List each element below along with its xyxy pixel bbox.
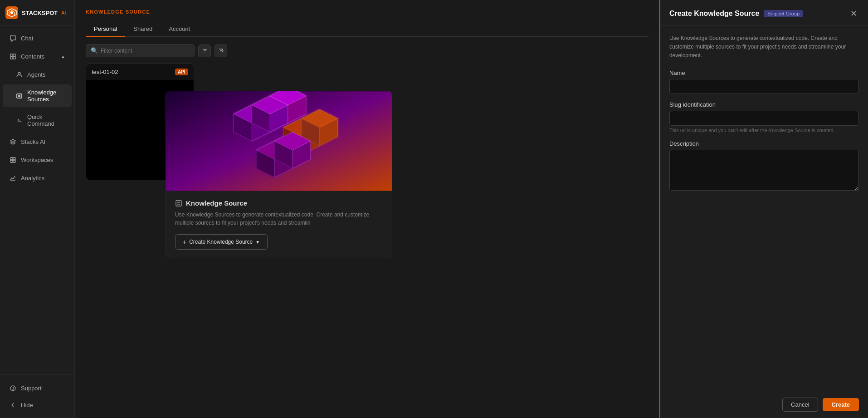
svg-rect-7 — [13, 57, 15, 59]
sidebar-item-knowledge-sources[interactable]: Knowledge Sources — [3, 84, 72, 107]
command-icon — [15, 117, 23, 124]
panel-title-row: Create Knowledge Source Snippet Group — [669, 10, 803, 18]
cancel-button[interactable]: Cancel — [782, 398, 818, 412]
svg-rect-46 — [176, 201, 181, 206]
sidebar-item-chat-label: Chat — [21, 35, 33, 42]
panel-description: Use Knowledge Sources to generate contex… — [669, 34, 859, 60]
search-icon: 🔍 — [91, 47, 98, 54]
sidebar-item-quick-command[interactable]: Quick Command — [3, 109, 72, 132]
name-input[interactable] — [669, 79, 859, 94]
sidebar-nav: Chat Contents ▲ Agents Knowledge Sources — [0, 26, 74, 374]
search-input[interactable] — [101, 48, 190, 54]
ks-card-title: test-01-02 — [92, 69, 118, 75]
logo-area: STACKSPOT AI — [0, 0, 74, 26]
logo-sub: AI — [61, 10, 66, 15]
cube-art-svg — [166, 91, 392, 191]
contents-left: Contents — [9, 53, 44, 60]
tab-shared[interactable]: Shared — [125, 22, 161, 37]
sidebar: STACKSPOT AI Chat Contents ▲ Agent — [0, 0, 75, 418]
knowledge-source-icon — [175, 200, 182, 207]
sidebar-item-agents-label: Agents — [27, 71, 45, 78]
promo-image — [166, 91, 392, 191]
panel-title: Create Knowledge Source — [669, 10, 759, 18]
slug-label: Slug identification — [669, 101, 859, 108]
svg-rect-14 — [10, 160, 13, 162]
sidebar-item-analytics[interactable]: Analytics — [3, 170, 72, 186]
logo-text: STACKSPOT — [22, 10, 58, 16]
knowledge-icon — [15, 92, 23, 99]
hide-icon — [9, 401, 16, 408]
sidebar-item-agents[interactable]: Agents — [3, 66, 72, 83]
description-label: Description — [669, 140, 859, 147]
create-button[interactable]: Create — [823, 398, 859, 411]
sidebar-item-hide-label: Hide — [21, 402, 33, 408]
create-knowledge-source-button[interactable]: + Create Knowledge Source ▼ — [175, 234, 268, 250]
description-textarea[interactable] — [669, 150, 859, 191]
svg-rect-4 — [10, 54, 13, 56]
panel-footer: Cancel Create — [660, 391, 868, 418]
filter-icon-btn[interactable] — [198, 44, 211, 57]
slug-input[interactable] — [669, 111, 859, 126]
slug-form-group: Slug identification This url is unique a… — [669, 101, 859, 133]
sidebar-item-support-label: Support — [21, 385, 42, 392]
description-form-group: Description — [669, 140, 859, 192]
promo-card: Knowledge Source Use Knowledge Sources t… — [166, 91, 392, 258]
svg-point-8 — [18, 72, 20, 74]
slug-hint: This url is unique and you can't edit af… — [669, 128, 859, 133]
tabs-row: Personal Shared Account — [86, 22, 649, 37]
promo-content: Knowledge Source Use Knowledge Sources t… — [166, 191, 392, 258]
ks-card-header: test-01-02 API — [86, 64, 194, 80]
analytics-icon — [9, 174, 16, 182]
workspaces-icon — [9, 156, 16, 163]
sidebar-item-quick-command-label: Quick Command — [27, 113, 65, 127]
svg-point-18 — [13, 389, 13, 390]
sidebar-bottom: Support Hide — [0, 374, 74, 418]
create-btn-label: Create Knowledge Source — [189, 239, 253, 245]
panel-header: Create Knowledge Source Snippet Group ✕ — [660, 0, 868, 26]
ks-card-badge: API — [175, 69, 188, 75]
svg-rect-13 — [13, 157, 15, 160]
dropdown-arrow-icon: ▼ — [255, 240, 260, 245]
sidebar-item-workspaces[interactable]: Workspaces — [3, 152, 72, 168]
contents-icon — [9, 53, 16, 60]
sidebar-item-hide[interactable]: Hide — [3, 397, 72, 413]
sidebar-item-workspaces-label: Workspaces — [21, 157, 53, 163]
svg-point-3 — [10, 11, 13, 14]
logo-icon — [5, 6, 18, 19]
sort-icon-btn[interactable] — [215, 44, 227, 57]
chevron-up-icon: ▲ — [61, 54, 65, 59]
sidebar-item-analytics-label: Analytics — [21, 175, 44, 182]
page-title: Knowledge Source — [86, 9, 649, 15]
svg-rect-9 — [17, 94, 22, 98]
tab-account[interactable]: Account — [161, 22, 198, 37]
snippet-group-badge: Snippet Group — [764, 10, 803, 17]
sidebar-item-contents-label: Contents — [21, 53, 44, 60]
filter-row: 🔍 — [86, 44, 649, 57]
sidebar-item-chat[interactable]: Chat — [3, 30, 72, 46]
chat-icon — [9, 34, 16, 42]
svg-rect-5 — [13, 54, 15, 56]
right-panel: Create Knowledge Source Snippet Group ✕ … — [659, 0, 868, 418]
agents-icon — [15, 71, 23, 78]
stacks-icon — [9, 138, 16, 145]
search-box[interactable]: 🔍 — [86, 44, 195, 57]
content-area: Knowledge Source Personal Shared Account… — [75, 0, 659, 418]
svg-rect-12 — [10, 157, 13, 160]
svg-rect-15 — [13, 160, 15, 162]
sidebar-item-stacks-ai-label: Stacks AI — [21, 138, 45, 145]
promo-description: Use Knowledge Sources to generate contex… — [175, 211, 383, 227]
sidebar-item-support[interactable]: Support — [3, 380, 72, 396]
sidebar-item-contents[interactable]: Contents ▲ — [3, 48, 72, 64]
name-form-group: Name — [669, 69, 859, 94]
promo-image-inner — [166, 91, 392, 191]
svg-rect-6 — [10, 57, 13, 59]
promo-ks-label: Knowledge Source — [175, 199, 383, 207]
plus-icon: + — [183, 238, 186, 246]
tab-personal[interactable]: Personal — [86, 22, 125, 37]
sidebar-item-knowledge-sources-label: Knowledge Sources — [27, 89, 65, 103]
sidebar-item-stacks-ai[interactable]: Stacks AI — [3, 133, 72, 150]
promo-ks-title: Knowledge Source — [186, 199, 247, 207]
panel-body: Use Knowledge Sources to generate contex… — [660, 26, 868, 391]
support-icon — [9, 384, 16, 392]
close-panel-button[interactable]: ✕ — [848, 8, 859, 19]
